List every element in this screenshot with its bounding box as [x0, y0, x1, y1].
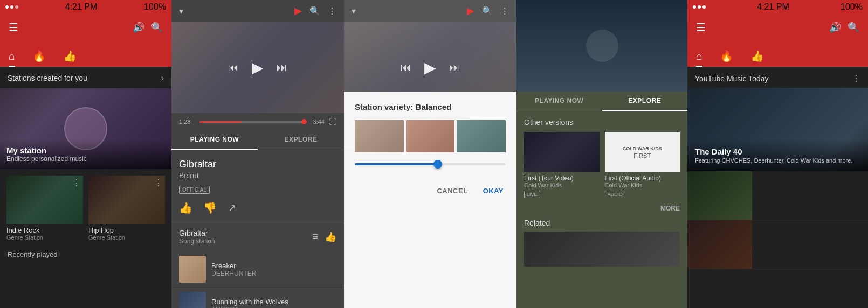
- version-thumb-audio: COLD WAR KIDS FIRST: [605, 132, 680, 172]
- status-dots-5: [693, 5, 706, 9]
- chevron-right-icon[interactable]: ›: [161, 73, 164, 83]
- hiphop-label: Hip Hop: [88, 226, 165, 234]
- tab-explore-2[interactable]: EXPLORE: [258, 130, 344, 150]
- equalizer-icon[interactable]: ≡: [312, 231, 318, 243]
- youtube-logo-icon-3[interactable]: ▶: [467, 5, 474, 17]
- search-icon-5[interactable]: 🔍: [848, 22, 859, 33]
- station-action-icons: ≡ 👍: [312, 231, 336, 243]
- track-title-2: Gibraltar: [179, 159, 336, 170]
- panel4-video: [516, 0, 687, 92]
- variety-slider-thumb[interactable]: [433, 160, 442, 169]
- menu-icon-5[interactable]: ☰: [696, 21, 706, 34]
- modal-thumb-2: [406, 120, 455, 152]
- share-icon-2[interactable]: ↗: [228, 201, 237, 214]
- cwk-logo: COLD WAR KIDS FIRST: [605, 132, 680, 172]
- tab-explore-4[interactable]: EXPLORE: [602, 92, 688, 111]
- version-badge-tour: LIVE: [524, 191, 540, 198]
- related-thumb[interactable]: [524, 232, 680, 267]
- daily40-overlay: The Daily 40 Featuring CHVCHES, Deerhunt…: [687, 139, 868, 171]
- queue-item-aurora[interactable]: Running with the Wolves AURORA: [171, 288, 344, 308]
- genre-card-indie[interactable]: ⋮ Indie Rock Genre Station: [6, 176, 83, 241]
- skip-back-button[interactable]: ⏮: [228, 61, 239, 74]
- tab-playing-now-2[interactable]: PLAYING NOW: [171, 130, 258, 150]
- play-pause-button-3[interactable]: ▶: [424, 59, 436, 76]
- skip-forward-button-3[interactable]: ⏭: [449, 61, 460, 74]
- more-vert-icon-2[interactable]: ⋮: [328, 6, 336, 16]
- p5-thumb-1: [687, 171, 752, 220]
- queue-title-breaker: Breaker: [211, 262, 336, 270]
- modal-label: Station variety:: [355, 102, 413, 111]
- version-badge-audio: AUDIO: [605, 191, 626, 198]
- reaction-row-2: 👍 👎 ↗: [179, 199, 336, 216]
- thumbs-up-icon-2[interactable]: 👍: [179, 201, 192, 214]
- thumbs-down-icon-2[interactable]: 👎: [203, 201, 217, 214]
- chevron-down-icon-2[interactable]: ▾: [179, 6, 183, 16]
- skip-back-button-3[interactable]: ⏮: [401, 61, 411, 74]
- cancel-button[interactable]: CANCEL: [435, 183, 470, 199]
- panel-home: 4:21 PM 100% ☰ 🔊 🔍 ⌂ 🔥 👍 Stations create…: [0, 0, 171, 308]
- modal-title: Station variety: Balanced: [355, 102, 506, 111]
- now-playing-video: ⏮ ▶ ⏭: [171, 22, 344, 113]
- my-station-overlay: My station Endless personalized music: [0, 139, 171, 169]
- play-pause-button[interactable]: ▶: [252, 59, 264, 76]
- search-icon-1[interactable]: 🔍: [151, 22, 163, 33]
- recently-played-label: Recently played: [0, 246, 171, 261]
- more-button[interactable]: MORE: [524, 205, 680, 212]
- genre-card-hiphop[interactable]: ⋮ Hip Hop Genre Station: [88, 176, 165, 241]
- stations-header: Stations created for you ›: [0, 67, 171, 88]
- hiphop-more-icon[interactable]: ⋮: [154, 178, 163, 188]
- station-name-2: Gibraltar: [179, 229, 215, 237]
- total-time-2: 3:44: [308, 118, 325, 125]
- my-station-card[interactable]: My station Endless personalized music: [0, 88, 171, 169]
- search-icon-3[interactable]: 🔍: [482, 6, 493, 16]
- speaker-icon[interactable]: 🔊: [133, 22, 144, 33]
- station-thumbs-up-icon[interactable]: 👍: [325, 231, 336, 243]
- queue-thumb-breaker: [179, 256, 206, 283]
- version-card-audio[interactable]: COLD WAR KIDS FIRST First (Official Audi…: [605, 132, 680, 198]
- panel4-tabs: PLAYING NOW EXPLORE: [516, 92, 687, 111]
- search-icon-2[interactable]: 🔍: [309, 6, 320, 16]
- daily40-card[interactable]: The Daily 40 Featuring CHVCHES, Deerhunt…: [687, 88, 868, 171]
- panel4-body: Other versions First (Tour Video) Cold W…: [516, 111, 687, 308]
- station-info-row-2: Gibraltar Song station ≡ 👍: [171, 222, 344, 251]
- menu-icon[interactable]: ☰: [9, 21, 18, 34]
- skip-forward-button[interactable]: ⏭: [277, 61, 287, 74]
- speaker-icon-5[interactable]: 🔊: [829, 22, 841, 33]
- progress-track-2[interactable]: [199, 121, 304, 123]
- version-card-tour[interactable]: First (Tour Video) Cold War Kids LIVE: [524, 132, 600, 198]
- nav-home-5[interactable]: ⌂: [696, 50, 702, 67]
- youtube-logo-icon[interactable]: ▶: [294, 5, 302, 17]
- more-vert-icon-5[interactable]: ⋮: [852, 73, 860, 83]
- ok-button[interactable]: OKAY: [481, 183, 506, 199]
- p5-list-item-1[interactable]: [687, 171, 868, 220]
- nav-home-1[interactable]: ⌂: [9, 50, 15, 67]
- progress-dot-2: [301, 119, 307, 124]
- track-badge-2: OFFICIAL: [179, 186, 210, 194]
- variety-slider-track[interactable]: [355, 163, 506, 165]
- nav-thumbsup-1[interactable]: 👍: [63, 50, 77, 67]
- bottom-nav-5: ⌂ 🔥 👍: [687, 41, 868, 67]
- nav-trending-1[interactable]: 🔥: [32, 50, 46, 67]
- bottom-nav-1: ⌂ 🔥 👍: [0, 41, 171, 67]
- indie-more-icon[interactable]: ⋮: [72, 178, 81, 188]
- indie-label: Indie Rock: [6, 226, 83, 234]
- variety-slider-container: [355, 163, 506, 165]
- more-vert-icon-3[interactable]: ⋮: [500, 6, 509, 16]
- progress-bar-2: 1:28 3:44 ⛶: [171, 113, 344, 130]
- panel3-header-icons: ▶ 🔍 ⋮: [467, 5, 509, 17]
- yt-today-title: YouTube Music Today: [695, 74, 768, 83]
- fullscreen-icon[interactable]: ⛶: [329, 117, 336, 126]
- daily40-title: The Daily 40: [695, 147, 860, 156]
- queue-item-breaker[interactable]: Breaker DEERHUNTER: [171, 251, 344, 288]
- chevron-down-icon-3[interactable]: ▾: [352, 6, 356, 16]
- related-title: Related: [524, 219, 680, 227]
- nav-thumbsup-5[interactable]: 👍: [750, 50, 764, 67]
- p5-list-item-2[interactable]: [687, 220, 868, 269]
- tab-playing-now-4[interactable]: PLAYING NOW: [516, 92, 602, 111]
- modal-value: Balanced: [416, 102, 452, 111]
- nav-trending-5[interactable]: 🔥: [720, 50, 733, 67]
- version-title-audio: First (Official Audio): [605, 174, 680, 182]
- status-bar-5: 4:21 PM 100%: [687, 0, 868, 14]
- header-icons-1: 🔊 🔍: [133, 22, 163, 33]
- status-battery-5: 100%: [841, 2, 863, 12]
